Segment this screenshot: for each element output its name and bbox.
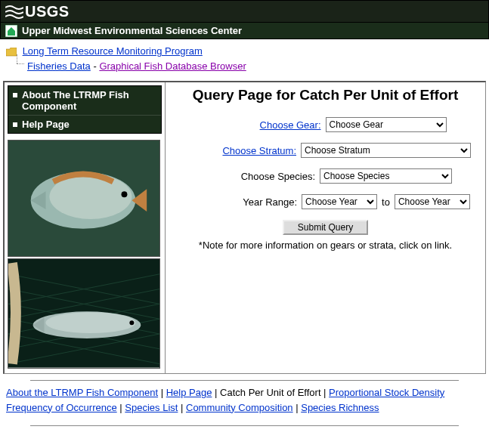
svg-point-7 — [46, 313, 136, 334]
org-name: USGS — [25, 3, 70, 20]
note-text: *Note for more information on gears or s… — [172, 239, 479, 251]
page-title: Query Page for Catch Per Unit of Effort — [172, 87, 479, 104]
row-stratum: Choose Stratum: Choose Stratum — [172, 143, 479, 158]
footer-link[interactable]: Proportional Stock Density — [329, 387, 444, 398]
home-icon[interactable] — [5, 25, 17, 37]
breadcrumb-level2a[interactable]: Fisheries Data — [27, 60, 91, 72]
sidebar-item-label: Help Page — [22, 119, 70, 130]
svg-point-8 — [129, 321, 134, 326]
sidebar: About The LTRMP Fish Component Help Page — [5, 82, 166, 373]
footer-divider-top — [30, 380, 459, 381]
center-name: Upper Midwest Environmental Sciences Cen… — [22, 25, 242, 36]
header-bar: USGS — [0, 0, 489, 23]
year-sep: to — [377, 196, 395, 208]
sidebar-item-help[interactable]: Help Page — [8, 116, 161, 133]
breadcrumb-sep: - — [91, 60, 100, 72]
row-species: Choose Species: Choose Species — [172, 168, 479, 184]
footer-link[interactable]: Species List — [125, 402, 178, 413]
sidebar-images — [8, 140, 162, 369]
sidebar-item-label: About The LTRMP Fish Component — [22, 89, 156, 112]
row-gear: Choose Gear: Choose Gear — [172, 117, 479, 132]
gear-select[interactable]: Choose Gear — [326, 117, 447, 132]
sub-header-bar: Upper Midwest Environmental Sciences Cen… — [0, 23, 489, 39]
breadcrumb-level2b[interactable]: Graphical Fish Database Browser — [99, 60, 246, 72]
folder-icon — [6, 48, 17, 57]
submit-button[interactable]: Submit Query — [283, 220, 368, 235]
footer-divider-bottom — [30, 425, 459, 426]
footer-link[interactable]: Community Composition — [186, 402, 293, 413]
breadcrumb: Long Term Resource Monitoring Program Fi… — [0, 39, 489, 81]
year-to-select[interactable]: Choose Year — [395, 194, 470, 209]
footer-link[interactable]: Species Richness — [301, 402, 379, 413]
species-label: Choose Species: — [199, 171, 320, 182]
stratum-label-link[interactable]: Choose Stratum: — [222, 145, 296, 156]
footer-link[interactable]: Frequency of Occurrence — [6, 402, 117, 413]
usgs-wave-icon — [5, 3, 23, 20]
submit-row: Submit Query — [172, 220, 479, 235]
footer-link[interactable]: Help Page — [166, 387, 212, 398]
content-wrap: About The LTRMP Fish Component Help Page — [3, 81, 486, 374]
species-select[interactable]: Choose Species — [320, 168, 452, 184]
breadcrumb-level1[interactable]: Long Term Resource Monitoring Program — [23, 45, 203, 57]
main-panel: Query Page for Catch Per Unit of Effort … — [166, 82, 485, 373]
row-year: Year Range: Choose Year to Choose Year — [172, 194, 479, 209]
bullet-icon — [13, 122, 17, 127]
bullet-icon — [13, 93, 17, 97]
gear-label-link[interactable]: Choose Gear: — [260, 119, 321, 131]
stratum-select[interactable]: Choose Stratum — [301, 143, 471, 158]
usgs-logo: USGS — [5, 3, 70, 20]
footer-current: Catch Per Unit of Effort — [220, 387, 320, 398]
year-label: Year Range: — [181, 196, 302, 208]
svg-point-4 — [122, 191, 128, 197]
fish-photo-1 — [8, 140, 160, 257]
fish-photo-2 — [8, 258, 160, 369]
footer-link[interactable]: About the LTRMP Fish Component — [6, 387, 158, 398]
year-from-select[interactable]: Choose Year — [302, 194, 377, 209]
sidebar-menu: About The LTRMP Fish Component Help Page — [8, 85, 162, 134]
footer-links: About the LTRMP Fish Component | Help Pa… — [0, 384, 489, 419]
sidebar-item-about[interactable]: About The LTRMP Fish Component — [8, 86, 161, 116]
